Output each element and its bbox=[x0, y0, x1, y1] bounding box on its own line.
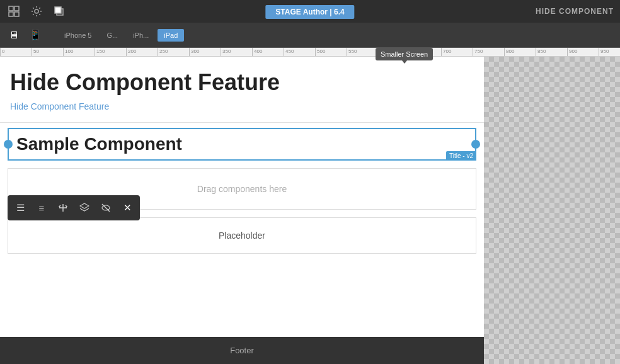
svg-rect-2 bbox=[9, 12, 13, 16]
page-content: Hide Component Feature Hide Component Fe… bbox=[0, 57, 484, 364]
layer-toolbar-btn[interactable] bbox=[74, 198, 95, 218]
device-tab-iphone[interactable]: iPh... bbox=[127, 29, 155, 42]
ruler-mark: 550 bbox=[347, 48, 357, 56]
checkered-background bbox=[484, 57, 620, 364]
ruler-mark: 300 bbox=[189, 48, 199, 56]
ruler-mark: 950 bbox=[599, 48, 609, 56]
top-bar-left bbox=[6, 4, 67, 19]
ruler-mark: 100 bbox=[63, 48, 73, 56]
ruler-mark: 600 bbox=[378, 48, 388, 56]
ruler-mark: 200 bbox=[126, 48, 136, 56]
sub-link[interactable]: Hide Component Feature bbox=[10, 101, 109, 111]
ruler-mark: 50 bbox=[32, 48, 39, 56]
ruler-mark: 800 bbox=[504, 48, 514, 56]
svg-rect-0 bbox=[9, 6, 13, 11]
footer-bar: Footer bbox=[0, 337, 484, 364]
ruler-mark: 900 bbox=[567, 48, 577, 56]
hide-toolbar-btn[interactable] bbox=[96, 198, 116, 218]
selection-handle-left[interactable] bbox=[4, 140, 13, 149]
ruler-mark: 700 bbox=[441, 48, 451, 56]
hide-component-label: HIDE COMPONENT bbox=[536, 7, 614, 16]
heading-section: Hide Component Feature Hide Component Fe… bbox=[0, 57, 484, 123]
component-toolbar: ☰ ≡ ✕ bbox=[8, 195, 140, 220]
desktop-view-icon[interactable]: 🖥 bbox=[5, 27, 23, 43]
ruler-mark: 150 bbox=[95, 48, 105, 56]
device-tab-iphone5[interactable]: iPhone 5 bbox=[58, 29, 98, 42]
selection-handle-right[interactable] bbox=[471, 140, 480, 149]
duplicate-icon[interactable] bbox=[52, 4, 67, 19]
device-tab-g[interactable]: G... bbox=[100, 29, 124, 42]
ruler-mark: 850 bbox=[536, 48, 546, 56]
device-bar-left: 🖥 📱 bbox=[5, 26, 45, 43]
top-bar: STAGE Author | 6.4 HIDE COMPONENT bbox=[0, 0, 620, 23]
ruler-mark: 0 bbox=[0, 48, 4, 56]
align-toolbar-btn[interactable]: ≡ bbox=[32, 198, 52, 218]
ruler-mark: 750 bbox=[473, 48, 483, 56]
ruler-mark: 250 bbox=[158, 48, 168, 56]
sample-component-section[interactable]: Sample Component Title - v2 bbox=[8, 128, 476, 161]
stage-badge: STAGE Author | 6.4 bbox=[265, 5, 354, 19]
svg-rect-1 bbox=[14, 6, 19, 11]
close-toolbar-btn[interactable]: ✕ bbox=[117, 198, 137, 218]
svg-rect-6 bbox=[55, 7, 61, 13]
list-toolbar-btn[interactable]: ☰ bbox=[10, 198, 30, 218]
placeholder-label: Placeholder bbox=[219, 230, 265, 241]
ruler-mark: 400 bbox=[252, 48, 262, 56]
main-heading: Hide Component Feature bbox=[10, 69, 474, 96]
resize-toolbar-btn[interactable] bbox=[53, 198, 73, 218]
drag-label: Drag components here bbox=[197, 184, 287, 194]
mobile-view-icon[interactable]: 📱 bbox=[25, 26, 45, 43]
svg-rect-3 bbox=[14, 12, 19, 16]
ruler: 0 50 100 150 200 250 300 350 400 450 500… bbox=[0, 48, 620, 57]
device-tab-ipad[interactable]: iPad bbox=[158, 29, 184, 42]
stage-badge-container: STAGE Author | 6.4 bbox=[265, 6, 354, 17]
svg-marker-7 bbox=[80, 203, 89, 208]
device-bar: 🖥 📱 iPhone 5 G... iPh... iPad bbox=[0, 23, 620, 48]
title-badge: Title - v2 bbox=[446, 151, 476, 161]
svg-point-4 bbox=[35, 9, 38, 13]
grid-icon[interactable] bbox=[6, 4, 21, 19]
footer-label: Footer bbox=[230, 346, 254, 355]
sample-component-title: Sample Component bbox=[9, 129, 475, 159]
ruler-mark: 450 bbox=[284, 48, 294, 56]
canvas-area: Hide Component Feature Hide Component Fe… bbox=[0, 57, 620, 364]
placeholder-section[interactable]: Placeholder bbox=[8, 217, 476, 254]
ruler-mark: 650 bbox=[410, 48, 420, 56]
ruler-mark: 350 bbox=[221, 48, 231, 56]
settings-icon[interactable] bbox=[29, 4, 44, 19]
ruler-mark: 500 bbox=[315, 48, 325, 56]
